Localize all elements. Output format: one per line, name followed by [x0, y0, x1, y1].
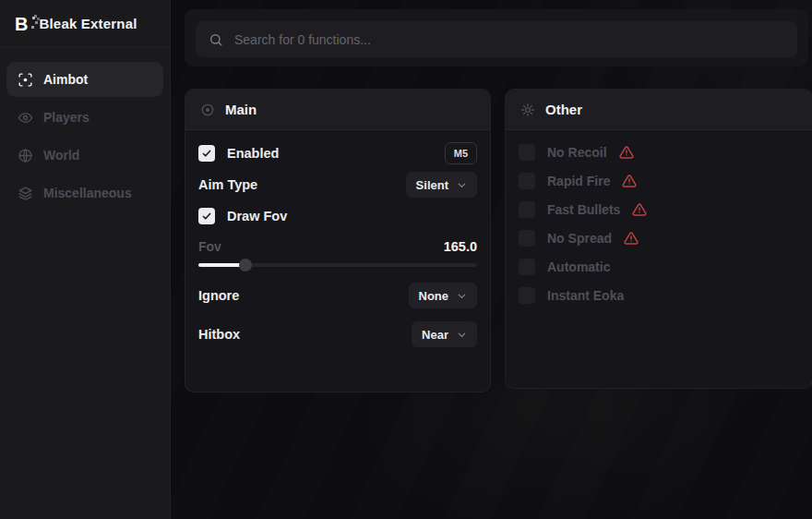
- feature-label: Automatic: [547, 260, 610, 274]
- crosshair-icon: [18, 72, 33, 88]
- other-feature-row: No Spread: [519, 223, 799, 252]
- sidebar-item[interactable]: Miscellaneous: [7, 176, 162, 210]
- feature-label: Instant Eoka: [547, 288, 624, 303]
- eye-icon: [18, 110, 33, 126]
- feature-checkbox[interactable]: [519, 259, 535, 275]
- app-header: B Bleak External: [0, 0, 170, 48]
- aim-type-label: Aim Type: [198, 177, 257, 192]
- feature-label: No Spread: [547, 231, 612, 246]
- warning-icon: [624, 231, 639, 246]
- main-panel-header: Main: [185, 90, 490, 130]
- aim-type-value: Silent: [416, 178, 448, 192]
- fov-slider[interactable]: [198, 258, 477, 272]
- layers-icon: [18, 186, 33, 201]
- enabled-row: Enabled M5: [198, 138, 477, 169]
- sidebar-item-label: World: [43, 148, 79, 163]
- feature-label: Rapid Fire: [547, 174, 610, 188]
- feature-label: No Recoil: [547, 145, 607, 160]
- other-feature-row: No Recoil: [519, 138, 799, 166]
- feature-checkbox[interactable]: [519, 144, 535, 161]
- enabled-label: Enabled: [227, 146, 279, 161]
- fov-row: Fov 165.0: [198, 235, 477, 258]
- sidebar: B Bleak External Aimbot Players World: [0, 0, 171, 519]
- enabled-keybind-button[interactable]: M5: [445, 142, 477, 164]
- draw-fov-checkbox[interactable]: [198, 208, 215, 224]
- other-panel-title: Other: [545, 102, 582, 117]
- sidebar-item[interactable]: Aimbot: [7, 63, 162, 96]
- feature-checkbox[interactable]: [519, 173, 535, 189]
- other-panel-header: Other: [506, 90, 812, 130]
- target-icon: [200, 103, 215, 117]
- enabled-checkbox[interactable]: [198, 145, 215, 162]
- hitbox-row: Hitbox Near: [198, 319, 477, 350]
- other-feature-row: Rapid Fire: [519, 166, 799, 195]
- gear-icon: [520, 103, 535, 117]
- aim-type-row: Aim Type Silent: [198, 169, 477, 200]
- sidebar-nav: Aimbot Players World Miscellaneous: [0, 48, 170, 210]
- fov-slider-thumb[interactable]: [239, 259, 252, 272]
- chevron-down-icon: [457, 291, 467, 301]
- app-logo-icon: B: [15, 15, 28, 33]
- ignore-label: Ignore: [198, 288, 239, 303]
- feature-checkbox[interactable]: [519, 230, 535, 247]
- content-area: Main Enabled M5 Aim Type Silent: [171, 0, 812, 519]
- search-icon: [209, 32, 223, 47]
- warning-icon: [619, 145, 634, 160]
- fov-value: 165.0: [444, 239, 477, 254]
- search-box[interactable]: [196, 21, 797, 57]
- ignore-row: Ignore None: [198, 280, 477, 311]
- chevron-down-icon: [457, 180, 467, 190]
- ignore-value: None: [419, 289, 449, 303]
- other-list: No Recoil Rapid Fire Fast Bullets: [506, 130, 812, 317]
- sidebar-item-label: Players: [43, 110, 90, 125]
- ignore-dropdown[interactable]: None: [409, 283, 478, 308]
- globe-icon: [18, 148, 33, 163]
- fov-label: Fov: [198, 239, 221, 254]
- sidebar-item-label: Aimbot: [43, 72, 88, 87]
- feature-label: Fast Bullets: [547, 202, 620, 217]
- hitbox-dropdown[interactable]: Near: [412, 321, 477, 347]
- app-title: Bleak External: [39, 16, 137, 31]
- hitbox-value: Near: [422, 328, 448, 342]
- other-panel: Other No Recoil Rapid Fire Fast Bu: [505, 89, 812, 389]
- hitbox-label: Hitbox: [198, 327, 240, 342]
- main-panel-title: Main: [225, 102, 257, 117]
- sidebar-item-label: Miscellaneous: [43, 186, 132, 200]
- feature-checkbox[interactable]: [519, 287, 535, 304]
- feature-checkbox[interactable]: [519, 201, 535, 218]
- warning-icon: [622, 174, 637, 188]
- draw-fov-label: Draw Fov: [227, 209, 287, 223]
- search-input[interactable]: [234, 32, 784, 47]
- other-feature-row: Instant Eoka: [519, 281, 799, 309]
- other-feature-row: Fast Bullets: [519, 195, 799, 223]
- search-container: [185, 9, 808, 66]
- main-panel: Main Enabled M5 Aim Type Silent: [185, 89, 491, 392]
- sidebar-item[interactable]: Players: [7, 101, 162, 134]
- draw-fov-row: Draw Fov: [198, 200, 477, 232]
- sidebar-item[interactable]: World: [7, 139, 162, 172]
- other-feature-row: Automatic: [519, 252, 799, 281]
- aim-type-dropdown[interactable]: Silent: [406, 172, 477, 198]
- warning-icon: [632, 202, 647, 217]
- chevron-down-icon: [457, 330, 467, 340]
